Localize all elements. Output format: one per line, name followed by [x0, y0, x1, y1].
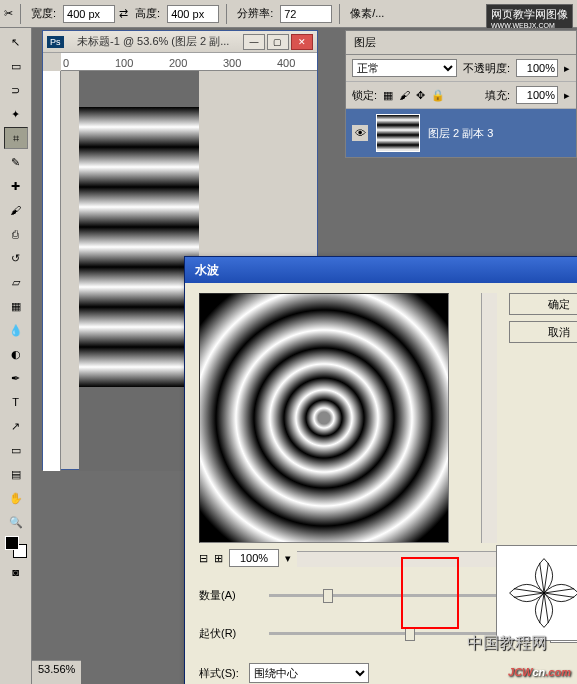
layer-item[interactable]: 👁 图层 2 副本 3: [346, 109, 576, 157]
notes-tool-icon[interactable]: ▤: [4, 463, 28, 485]
wand-tool-icon[interactable]: ✦: [4, 103, 28, 125]
lock-trans-icon[interactable]: ▦: [383, 89, 393, 102]
opacity-input[interactable]: [516, 59, 558, 77]
fill-arrow-icon[interactable]: ▸: [564, 89, 570, 102]
layers-tab[interactable]: 图层: [346, 31, 576, 55]
zigzag-dialog: 水波 ✕ ⊟ ⊞ ▾: [184, 256, 577, 684]
height-label: 高度:: [135, 6, 160, 21]
lock-move-icon[interactable]: ✥: [416, 89, 425, 102]
highlight-box: [401, 557, 459, 629]
move-tool-icon[interactable]: ↖: [4, 31, 28, 53]
zoom-status[interactable]: 53.56%: [32, 660, 81, 684]
path-tool-icon[interactable]: ↗: [4, 415, 28, 437]
canvas-content: [79, 107, 199, 387]
ok-button[interactable]: 确定: [509, 293, 577, 315]
eraser-tool-icon[interactable]: ▱: [4, 271, 28, 293]
preview-image: [199, 293, 449, 543]
visibility-icon[interactable]: 👁: [352, 125, 368, 141]
quickmask-icon[interactable]: ◙: [4, 561, 28, 583]
zoom-tool-icon[interactable]: 🔍: [4, 511, 28, 533]
zoom-arrow-icon[interactable]: ▾: [285, 552, 291, 565]
marquee-tool-icon[interactable]: ▭: [4, 55, 28, 77]
width-input[interactable]: [63, 5, 115, 23]
opacity-arrow-icon[interactable]: ▸: [564, 62, 570, 75]
workspace: Ps 未标题-1 @ 53.6% (图层 2 副... — ▢ ✕ 0 100 …: [32, 28, 577, 684]
zoom-input[interactable]: [229, 549, 279, 567]
dialog-title: 水波: [189, 262, 219, 279]
watermark-bottom: JCWcn.com: [508, 656, 571, 682]
resolution-label: 分辨率:: [237, 6, 273, 21]
preview-scrollbar-h[interactable]: [297, 551, 497, 567]
lasso-tool-icon[interactable]: ⊃: [4, 79, 28, 101]
ruler-horizontal: 0 100 200 300 400: [61, 53, 317, 71]
gradient-tool-icon[interactable]: ▦: [4, 295, 28, 317]
style-select[interactable]: 围绕中心: [249, 663, 369, 683]
history-brush-icon[interactable]: ↺: [4, 247, 28, 269]
height-input[interactable]: [167, 5, 219, 23]
resolution-input[interactable]: [280, 5, 332, 23]
eyedropper-tool-icon[interactable]: ✎: [4, 151, 28, 173]
cancel-button[interactable]: 取消: [509, 321, 577, 343]
dodge-tool-icon[interactable]: ◐: [4, 343, 28, 365]
healing-tool-icon[interactable]: ✚: [4, 175, 28, 197]
style-label: 样式(S):: [199, 666, 239, 681]
preview-scrollbar-v[interactable]: [481, 293, 497, 543]
zoom-in-button[interactable]: ⊞: [214, 552, 223, 565]
dialog-titlebar[interactable]: 水波 ✕: [185, 257, 577, 283]
ruler-vertical: [43, 71, 61, 471]
document-title: 未标题-1 @ 53.6% (图层 2 副...: [77, 34, 229, 49]
document-titlebar[interactable]: Ps 未标题-1 @ 53.6% (图层 2 副... — ▢ ✕: [43, 31, 317, 53]
layers-panel: 图层 正常 不透明度: ▸ 锁定: ▦ 🖌 ✥ 🔒 填充: ▸ 👁: [345, 30, 577, 158]
lock-paint-icon[interactable]: 🖌: [399, 89, 410, 101]
tool-sidebar: ↖ ▭ ⊃ ✦ ⌗ ✎ ✚ 🖌 ⎙ ↺ ▱ ▦ 💧 ◐ ✒ T ↗ ▭ ▤ ✋ …: [0, 28, 32, 684]
fill-input[interactable]: [516, 86, 558, 104]
style-preview: [496, 545, 577, 641]
blur-tool-icon[interactable]: 💧: [4, 319, 28, 341]
color-swatch[interactable]: [5, 536, 27, 558]
minimize-button[interactable]: —: [243, 34, 265, 50]
close-button[interactable]: ✕: [291, 34, 313, 50]
layer-thumbnail[interactable]: [376, 114, 420, 152]
ps-icon: Ps: [47, 36, 64, 48]
ridges-label: 起伏(R): [199, 626, 259, 641]
blend-mode-select[interactable]: 正常: [352, 59, 457, 77]
units-label[interactable]: 像素/...: [350, 6, 384, 21]
crop-tool-icon[interactable]: ⌗: [4, 127, 28, 149]
hand-tool-icon[interactable]: ✋: [4, 487, 28, 509]
lock-label: 锁定:: [352, 88, 377, 103]
zoom-out-button[interactable]: ⊟: [199, 552, 208, 565]
opacity-label: 不透明度:: [463, 61, 510, 76]
lock-all-icon[interactable]: 🔒: [431, 89, 445, 102]
brush-tool-icon[interactable]: 🖌: [4, 199, 28, 221]
text-tool-icon[interactable]: T: [4, 391, 28, 413]
crop-tool-icon[interactable]: ✂: [4, 7, 13, 20]
watermark-cn: 中国教程网: [467, 633, 547, 654]
fill-label: 填充:: [485, 88, 510, 103]
swap-icon[interactable]: ⇄: [119, 7, 128, 20]
shape-tool-icon[interactable]: ▭: [4, 439, 28, 461]
stamp-tool-icon[interactable]: ⎙: [4, 223, 28, 245]
width-label: 宽度:: [31, 6, 56, 21]
canvas[interactable]: [79, 71, 199, 471]
amount-label: 数量(A): [199, 588, 259, 603]
layer-name[interactable]: 图层 2 副本 3: [428, 126, 493, 141]
pen-tool-icon[interactable]: ✒: [4, 367, 28, 389]
maximize-button[interactable]: ▢: [267, 34, 289, 50]
